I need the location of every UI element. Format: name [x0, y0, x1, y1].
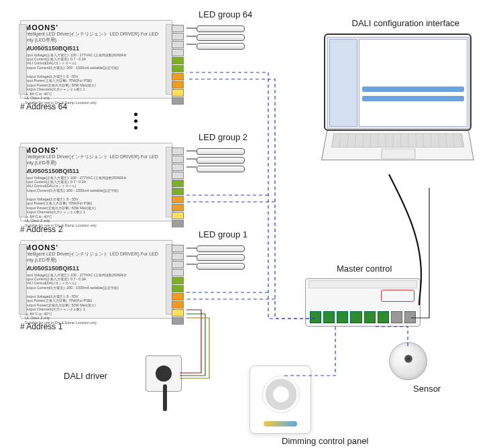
- master-controller: [305, 278, 421, 327]
- master-control-label: Master control: [337, 264, 392, 274]
- led-group-1-label: LED group 1: [199, 229, 247, 239]
- driver-specs: Input Voltage(正格入力電圧): 100 - 277VAC (正格周…: [21, 53, 172, 105]
- led-group-64-label: LED group 64: [199, 9, 252, 19]
- motion-sensor: [389, 342, 427, 380]
- driver-model: MU050S150BQI511: [21, 44, 172, 53]
- dali-software-window: [327, 37, 469, 129]
- led-group-2: [197, 148, 254, 175]
- driver-brand: MOONS': [21, 21, 172, 32]
- dali-config-interface-label: DALI configuration interface: [352, 18, 459, 28]
- address-64-label: # Address 64: [20, 102, 67, 111]
- dimming-panel-label: Dimming control panel: [282, 436, 368, 446]
- led-driver-1: MOONS' Intelligent LED Driver(インテリジェント L…: [20, 240, 172, 319]
- led-driver-64: MOONS' Intelligent LED Driver(インテリジェント L…: [20, 20, 172, 99]
- led-driver-2: MOONS' Intelligent LED Driver(インテリジェント L…: [20, 143, 172, 221]
- address-2-label: # Address 2: [20, 225, 62, 234]
- power-plug: [146, 355, 182, 392]
- driver-title: Intelligent LED Driver(インテリジェント LED DRIV…: [21, 32, 172, 44]
- dali-driver-label: DALI driver: [64, 371, 107, 381]
- laptop: [319, 34, 476, 172]
- led-group-2-label: LED group 2: [199, 132, 247, 142]
- dimming-control-panel: [249, 366, 311, 434]
- address-1-label: # Address 1: [20, 322, 62, 331]
- led-group-64: [197, 25, 254, 52]
- led-group-1: [197, 245, 254, 272]
- driver-terminals: [172, 25, 184, 105]
- sensor-label: Sensor: [413, 384, 441, 394]
- ellipsis-icon: [134, 113, 137, 129]
